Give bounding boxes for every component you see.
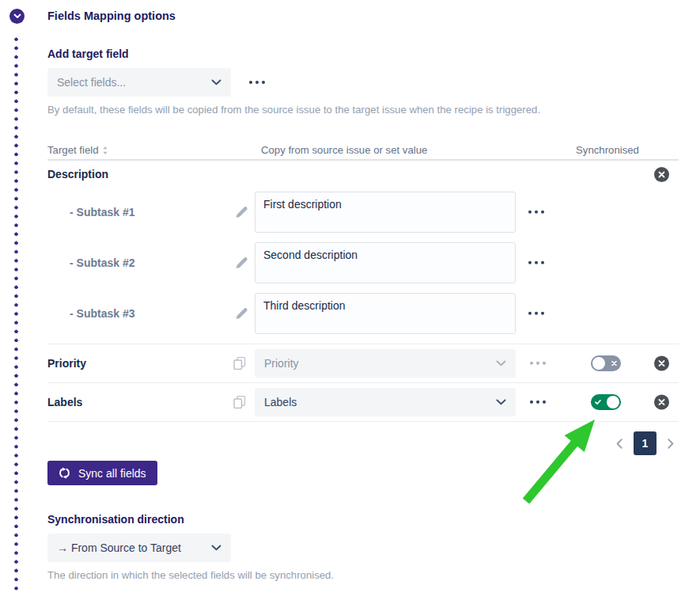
sync-icon <box>59 467 70 479</box>
subtask-label: - Subtask #1 <box>70 206 134 218</box>
next-page-button[interactable] <box>668 439 674 449</box>
toggle-knob <box>607 396 619 408</box>
labels-select-value: Labels <box>264 396 297 408</box>
add-target-field-label: Add target field <box>47 47 129 60</box>
edit-pencil-icon <box>235 307 248 321</box>
panel-title: Fields Mapping options <box>47 9 176 22</box>
column-header-synchronised: Synchronised <box>576 144 639 156</box>
subtask-value-input[interactable]: Third description <box>255 293 516 334</box>
priority-select-value: Priority <box>264 357 299 370</box>
field-label: Description <box>47 168 108 180</box>
edit-pencil-icon <box>235 206 248 219</box>
toggle-knob <box>592 357 605 370</box>
priority-source-select[interactable]: Priority <box>255 349 516 378</box>
chevron-down-icon <box>211 79 221 85</box>
fields-mapping-panel: Fields Mapping options Add target field … <box>0 0 700 604</box>
edit-pencil-icon <box>235 256 248 270</box>
row-options-menu-icon[interactable] <box>528 312 544 315</box>
sync-direction-value: → From Source to Target <box>57 541 181 554</box>
prev-page-button[interactable] <box>616 439 622 449</box>
toggle-x-icon <box>611 361 617 367</box>
sync-all-fields-label: Sync all fields <box>78 467 146 480</box>
sync-direction-label: Synchronisation direction <box>47 513 184 526</box>
collapse-section-button[interactable] <box>9 9 25 24</box>
field-label: Labels <box>47 396 82 408</box>
table-row-subtask-2: - Subtask #2 Second description <box>47 241 679 285</box>
subtask-value-input[interactable]: First description <box>255 192 516 233</box>
subtask-value-input[interactable]: Second description <box>255 242 516 283</box>
table-row-priority: Priority Priority <box>47 344 679 382</box>
current-page-button[interactable]: 1 <box>634 431 656 455</box>
chevron-down-icon <box>211 545 221 551</box>
toggle-check-icon <box>595 400 601 405</box>
select-fields-placeholder: Select fields... <box>57 76 126 89</box>
labels-source-select[interactable]: Labels <box>255 388 516 416</box>
default-copy-helper-text: By default, these fields will be copied … <box>47 104 540 116</box>
add-field-options-menu-icon[interactable] <box>249 81 265 84</box>
chevron-down-icon <box>496 360 506 367</box>
sort-icon <box>102 146 108 155</box>
copy-mode-icon <box>233 357 246 370</box>
row-options-menu-icon[interactable] <box>528 261 544 264</box>
row-options-menu-icon[interactable] <box>528 211 544 214</box>
mapping-table-header: Target field Copy from source issue or s… <box>47 143 679 161</box>
remove-field-button[interactable] <box>654 167 669 182</box>
remove-field-button[interactable] <box>654 395 669 410</box>
table-row-labels: Labels Labels <box>47 382 679 422</box>
row-options-menu-icon[interactable] <box>530 401 546 404</box>
copy-mode-icon <box>233 396 246 409</box>
sync-all-fields-button[interactable]: Sync all fields <box>47 461 157 485</box>
table-row-subtask-3: - Subtask #3 Third description <box>47 291 679 336</box>
table-row-subtask-1: - Subtask #1 First description <box>47 190 679 234</box>
section-dotted-rail <box>14 37 18 595</box>
remove-field-button[interactable] <box>654 356 669 371</box>
field-label: Priority <box>47 357 86 370</box>
synchronised-toggle-off[interactable] <box>591 355 621 371</box>
synchronised-toggle-on[interactable] <box>591 394 621 410</box>
subtask-label: - Subtask #3 <box>70 307 134 320</box>
table-row-description: Description <box>47 161 679 190</box>
subtask-label: - Subtask #2 <box>70 256 134 269</box>
select-fields-dropdown[interactable]: Select fields... <box>47 68 231 97</box>
chevron-down-icon <box>13 13 21 19</box>
pagination: 1 <box>616 431 674 455</box>
column-header-target-field[interactable]: Target field <box>47 144 108 156</box>
sync-direction-helper-text: The direction in which the selected fiel… <box>47 569 334 581</box>
column-header-copy-from: Copy from source issue or set value <box>261 144 427 156</box>
row-options-menu-icon[interactable] <box>530 362 546 365</box>
sync-direction-select[interactable]: → From Source to Target <box>47 534 231 562</box>
chevron-down-icon <box>496 399 506 405</box>
